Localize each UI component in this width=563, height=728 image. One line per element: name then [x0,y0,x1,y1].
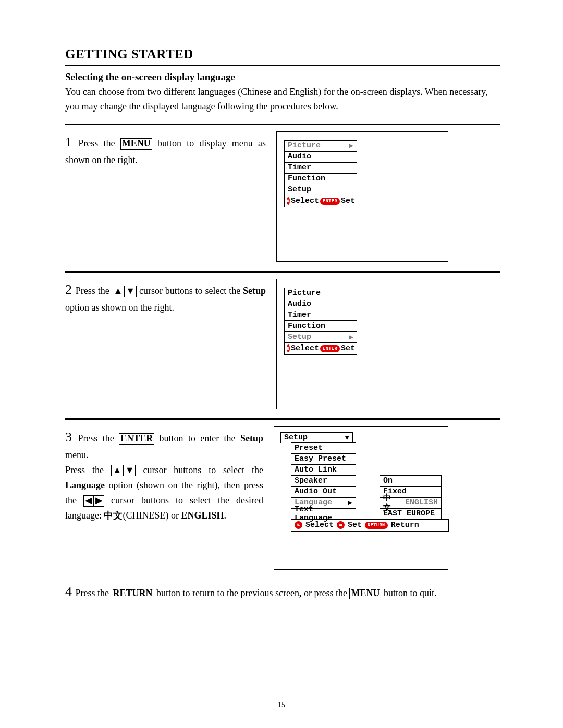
osd-screen-1: Picture▶ Audio Timer Function Setup ⇅Sel… [276,131,448,262]
text: option as shown on the right. [65,302,174,313]
text-bold: Language [65,480,105,490]
right-arrow-icon: ▶ [349,141,353,150]
menu-item-audio[interactable]: Audio [284,151,357,162]
vertical-nav-icon: ⇅ [287,197,290,205]
step-number: 1 [65,134,72,150]
horizontal-nav-icon: ⇆ [337,521,345,529]
val-speaker: On [380,475,442,487]
osd-screen-3: Setup ▼ Preset Easy Preset Auto Link Spe… [274,426,448,570]
page-title: GETTING STARTED [65,47,500,61]
up-arrow-box: ▲ [112,286,124,297]
text: Press the [78,433,119,443]
rule [65,271,500,273]
set-label: Set [341,344,355,353]
row-preset[interactable]: Preset [291,442,356,454]
menu-button-label: MENU [349,588,381,599]
text: button to return to the previous screen [154,588,299,598]
text: Press the [76,588,112,598]
osd-footer: ⇅Select ENTERSet [284,195,357,207]
vertical-nav-icon: ⇅ [287,344,290,352]
menu-item-setup[interactable]: Setup▶ [284,331,357,342]
row-text-language[interactable]: Text Language [291,508,356,520]
menu-button-label: MENU [120,138,152,150]
text-bold: ENGLISH [181,510,224,521]
osd-footer: ⇅Select ENTERSet [284,342,357,355]
menu-item-function[interactable]: Function [284,320,357,331]
text: or [168,510,181,521]
return-button-label: RETURN [112,588,154,599]
text: Press the [76,286,112,296]
text-bold: Setup [243,286,266,296]
text: button to quit. [381,588,436,598]
step-number: 4 [65,584,72,599]
row-auto-link[interactable]: Auto Link [291,464,356,476]
step-4: 4 Press the RETURN button to return to t… [65,581,500,603]
text-bold: 中文 [104,510,123,521]
osd-footer: ⇅Select ⇆Set RETURNReturn [291,519,449,532]
step-1: 1 Press the MENU button to display menu … [65,131,500,262]
right-arrow-box: ▶ [94,495,104,507]
text: or press the [301,588,349,598]
menu-item-picture[interactable]: Picture [284,288,357,299]
osd-screen-2: Picture Audio Timer Function Setup▶ ⇅Sel… [276,279,448,409]
rule [65,124,500,125]
down-arrow-box: ▼ [124,286,137,297]
osd-menu: Picture Audio Timer Function Setup▶ ⇅Sel… [284,288,357,355]
menu-item-picture[interactable]: Picture▶ [284,140,357,151]
menu-item-timer[interactable]: Timer [284,162,357,173]
step-3: 3 Press the ENTER button to enter the Se… [65,426,500,570]
select-label: Select [291,344,319,353]
select-label: Select [291,196,319,205]
text: cursor buttons to select the [136,465,263,475]
vertical-nav-icon: ⇅ [295,521,302,529]
text: Press the [78,138,120,149]
text: (CHINESE) [123,510,168,521]
menu-item-setup[interactable]: Setup [284,184,357,195]
setup-grid: Preset Easy Preset Auto Link SpeakerOn A… [291,443,442,520]
menu-header-setup: Setup ▼ [280,432,353,443]
text-bold: Setup [240,433,263,443]
row-audio-out[interactable]: Audio Out [291,486,356,498]
menu-item-audio[interactable]: Audio [284,299,357,310]
step-number: 3 [65,429,72,445]
osd-menu: Picture▶ Audio Timer Function Setup ⇅Sel… [284,140,357,207]
text: Press the [65,465,111,475]
left-arrow-box: ◀ [83,495,94,507]
section-title: Selecting the on-screen display language [65,71,500,83]
text: button to enter the [154,433,240,443]
page-number: 15 [0,701,563,709]
rule [65,65,500,66]
menu-item-function[interactable]: Function [284,173,357,184]
val-text-language: EAST EUROPE [380,508,442,520]
intro-text: You can choose from two different langua… [65,85,500,114]
enter-pill-icon: ENTER [320,198,340,205]
up-arrow-box: ▲ [111,465,124,476]
text: cursor buttons to select the [137,286,243,296]
text: . [224,510,227,521]
step-number: 2 [65,282,72,297]
row-easy-preset[interactable]: Easy Preset [291,453,356,465]
step-2: 2 Press the ▲▼ cursor buttons to select … [65,279,500,409]
rule [65,418,500,420]
enter-pill-icon: ENTER [320,345,340,352]
select-label: Select [305,521,334,529]
return-label: Return [391,521,419,529]
menu-item-timer[interactable]: Timer [284,310,357,320]
return-pill-icon: RETURN [365,522,388,529]
row-speaker[interactable]: Speaker [291,475,356,487]
set-label: Set [348,521,362,529]
down-arrow-box: ▼ [124,465,136,476]
right-arrow-icon: ▶ [349,332,353,341]
enter-button-label: ENTER [119,433,154,445]
text: menu. [65,450,89,460]
down-arrow-icon: ▼ [345,434,349,442]
set-label: Set [341,196,355,205]
val-language[interactable]: 中文 ENGLISH [380,497,442,509]
